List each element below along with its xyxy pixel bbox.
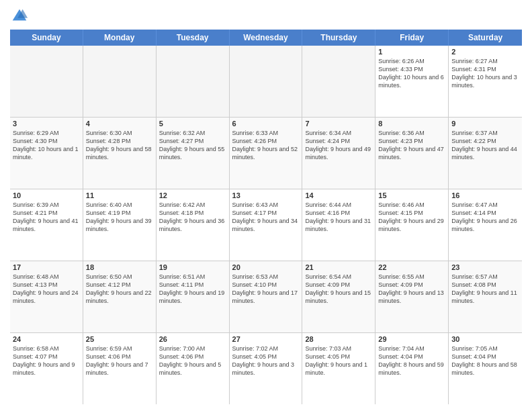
calendar: SundayMondayTuesdayWednesdayThursdayFrid… bbox=[10, 30, 522, 404]
day-cell-14: 14Sunrise: 6:44 AMSunset: 4:16 PMDayligh… bbox=[302, 189, 375, 261]
day-number: 3 bbox=[13, 120, 80, 128]
calendar-row-1: 1Sunrise: 6:26 AMSunset: 4:33 PMDaylight… bbox=[10, 46, 522, 118]
empty-cell bbox=[302, 46, 375, 117]
day-info: Sunrise: 6:42 AMSunset: 4:18 PMDaylight:… bbox=[159, 201, 226, 234]
day-info: Sunrise: 6:36 AMSunset: 4:23 PMDaylight:… bbox=[378, 129, 445, 162]
day-number: 2 bbox=[451, 48, 519, 56]
day-info: Sunrise: 6:39 AMSunset: 4:21 PMDaylight:… bbox=[13, 201, 80, 234]
empty-cell bbox=[10, 46, 83, 117]
day-cell-13: 13Sunrise: 6:43 AMSunset: 4:17 PMDayligh… bbox=[230, 189, 303, 261]
day-number: 5 bbox=[159, 120, 226, 128]
weekday-header-sunday: Sunday bbox=[10, 30, 83, 46]
day-number: 10 bbox=[13, 191, 80, 199]
day-info: Sunrise: 7:04 AMSunset: 4:04 PMDaylight:… bbox=[378, 345, 445, 377]
day-cell-25: 25Sunrise: 6:59 AMSunset: 4:06 PMDayligh… bbox=[83, 333, 157, 404]
day-info: Sunrise: 6:34 AMSunset: 4:24 PMDaylight:… bbox=[305, 129, 372, 162]
day-number: 21 bbox=[305, 263, 372, 271]
day-cell-28: 28Sunrise: 7:03 AMSunset: 4:05 PMDayligh… bbox=[302, 333, 375, 404]
day-info: Sunrise: 6:30 AMSunset: 4:28 PMDaylight:… bbox=[86, 129, 153, 162]
day-number: 13 bbox=[232, 191, 300, 199]
day-cell-29: 29Sunrise: 7:04 AMSunset: 4:04 PMDayligh… bbox=[375, 333, 449, 404]
weekday-header-friday: Friday bbox=[375, 30, 449, 46]
day-number: 8 bbox=[378, 120, 445, 128]
day-number: 15 bbox=[378, 191, 445, 199]
day-cell-12: 12Sunrise: 6:42 AMSunset: 4:18 PMDayligh… bbox=[157, 189, 230, 261]
day-info: Sunrise: 6:58 AMSunset: 4:07 PMDaylight:… bbox=[13, 345, 80, 377]
day-cell-20: 20Sunrise: 6:53 AMSunset: 4:10 PMDayligh… bbox=[230, 261, 303, 332]
day-number: 30 bbox=[451, 335, 519, 343]
day-info: Sunrise: 6:43 AMSunset: 4:17 PMDaylight:… bbox=[232, 201, 300, 234]
day-info: Sunrise: 6:50 AMSunset: 4:12 PMDaylight:… bbox=[86, 273, 153, 306]
day-info: Sunrise: 6:47 AMSunset: 4:14 PMDaylight:… bbox=[451, 201, 519, 234]
header bbox=[10, 7, 522, 26]
logo bbox=[10, 7, 32, 26]
day-number: 7 bbox=[305, 120, 372, 128]
weekday-header-wednesday: Wednesday bbox=[230, 30, 303, 46]
day-cell-18: 18Sunrise: 6:50 AMSunset: 4:12 PMDayligh… bbox=[83, 261, 157, 332]
empty-cell bbox=[230, 46, 303, 117]
day-number: 4 bbox=[86, 120, 153, 128]
day-cell-11: 11Sunrise: 6:40 AMSunset: 4:19 PMDayligh… bbox=[83, 189, 157, 261]
weekday-header-monday: Monday bbox=[83, 30, 157, 46]
day-cell-9: 9Sunrise: 6:37 AMSunset: 4:22 PMDaylight… bbox=[449, 118, 522, 189]
day-cell-21: 21Sunrise: 6:54 AMSunset: 4:09 PMDayligh… bbox=[302, 261, 375, 332]
weekday-header-thursday: Thursday bbox=[302, 30, 375, 46]
day-cell-16: 16Sunrise: 6:47 AMSunset: 4:14 PMDayligh… bbox=[449, 189, 522, 261]
day-info: Sunrise: 6:26 AMSunset: 4:33 PMDaylight:… bbox=[378, 57, 445, 90]
day-cell-19: 19Sunrise: 6:51 AMSunset: 4:11 PMDayligh… bbox=[157, 261, 230, 332]
day-cell-24: 24Sunrise: 6:58 AMSunset: 4:07 PMDayligh… bbox=[10, 333, 83, 404]
calendar-header: SundayMondayTuesdayWednesdayThursdayFrid… bbox=[10, 30, 522, 46]
day-cell-6: 6Sunrise: 6:33 AMSunset: 4:26 PMDaylight… bbox=[230, 118, 303, 189]
day-info: Sunrise: 6:40 AMSunset: 4:19 PMDaylight:… bbox=[86, 201, 153, 234]
empty-cell bbox=[157, 46, 230, 117]
calendar-row-3: 10Sunrise: 6:39 AMSunset: 4:21 PMDayligh… bbox=[10, 189, 522, 261]
day-number: 19 bbox=[159, 263, 226, 271]
day-cell-7: 7Sunrise: 6:34 AMSunset: 4:24 PMDaylight… bbox=[302, 118, 375, 189]
day-cell-30: 30Sunrise: 7:05 AMSunset: 4:04 PMDayligh… bbox=[449, 333, 522, 404]
day-number: 23 bbox=[451, 263, 519, 271]
day-number: 27 bbox=[232, 335, 300, 343]
day-cell-26: 26Sunrise: 7:00 AMSunset: 4:06 PMDayligh… bbox=[157, 333, 230, 404]
day-cell-17: 17Sunrise: 6:48 AMSunset: 4:13 PMDayligh… bbox=[10, 261, 83, 332]
day-number: 11 bbox=[86, 191, 153, 199]
empty-cell bbox=[83, 46, 157, 117]
day-number: 29 bbox=[378, 335, 445, 343]
day-info: Sunrise: 6:32 AMSunset: 4:27 PMDaylight:… bbox=[159, 129, 226, 162]
day-cell-8: 8Sunrise: 6:36 AMSunset: 4:23 PMDaylight… bbox=[375, 118, 449, 189]
calendar-row-4: 17Sunrise: 6:48 AMSunset: 4:13 PMDayligh… bbox=[10, 261, 522, 333]
day-cell-5: 5Sunrise: 6:32 AMSunset: 4:27 PMDaylight… bbox=[157, 118, 230, 189]
day-info: Sunrise: 6:54 AMSunset: 4:09 PMDaylight:… bbox=[305, 273, 372, 306]
day-cell-15: 15Sunrise: 6:46 AMSunset: 4:15 PMDayligh… bbox=[375, 189, 449, 261]
day-info: Sunrise: 6:29 AMSunset: 4:30 PMDaylight:… bbox=[13, 129, 80, 162]
page: SundayMondayTuesdayWednesdayThursdayFrid… bbox=[0, 0, 532, 411]
calendar-row-2: 3Sunrise: 6:29 AMSunset: 4:30 PMDaylight… bbox=[10, 118, 522, 189]
day-number: 26 bbox=[159, 335, 226, 343]
day-number: 12 bbox=[159, 191, 226, 199]
day-info: Sunrise: 6:57 AMSunset: 4:08 PMDaylight:… bbox=[451, 273, 519, 306]
day-cell-1: 1Sunrise: 6:26 AMSunset: 4:33 PMDaylight… bbox=[375, 46, 449, 117]
day-info: Sunrise: 7:05 AMSunset: 4:04 PMDaylight:… bbox=[451, 345, 519, 377]
day-number: 9 bbox=[451, 120, 519, 128]
day-cell-22: 22Sunrise: 6:55 AMSunset: 4:09 PMDayligh… bbox=[375, 261, 449, 332]
day-number: 24 bbox=[13, 335, 80, 343]
day-info: Sunrise: 7:02 AMSunset: 4:05 PMDaylight:… bbox=[232, 345, 300, 377]
day-cell-23: 23Sunrise: 6:57 AMSunset: 4:08 PMDayligh… bbox=[449, 261, 522, 332]
day-cell-27: 27Sunrise: 7:02 AMSunset: 4:05 PMDayligh… bbox=[230, 333, 303, 404]
weekday-header-saturday: Saturday bbox=[449, 30, 522, 46]
day-info: Sunrise: 6:59 AMSunset: 4:06 PMDaylight:… bbox=[86, 345, 153, 377]
day-info: Sunrise: 6:53 AMSunset: 4:10 PMDaylight:… bbox=[232, 273, 300, 306]
day-number: 16 bbox=[451, 191, 519, 199]
day-info: Sunrise: 6:37 AMSunset: 4:22 PMDaylight:… bbox=[451, 129, 519, 162]
day-number: 14 bbox=[305, 191, 372, 199]
day-info: Sunrise: 6:46 AMSunset: 4:15 PMDaylight:… bbox=[378, 201, 445, 234]
day-cell-2: 2Sunrise: 6:27 AMSunset: 4:31 PMDaylight… bbox=[449, 46, 522, 117]
day-info: Sunrise: 6:55 AMSunset: 4:09 PMDaylight:… bbox=[378, 273, 445, 306]
day-info: Sunrise: 7:00 AMSunset: 4:06 PMDaylight:… bbox=[159, 345, 226, 377]
day-info: Sunrise: 6:51 AMSunset: 4:11 PMDaylight:… bbox=[159, 273, 226, 306]
weekday-header-tuesday: Tuesday bbox=[157, 30, 230, 46]
day-number: 20 bbox=[232, 263, 300, 271]
day-number: 18 bbox=[86, 263, 153, 271]
day-number: 25 bbox=[86, 335, 153, 343]
calendar-row-5: 24Sunrise: 6:58 AMSunset: 4:07 PMDayligh… bbox=[10, 333, 522, 404]
day-cell-10: 10Sunrise: 6:39 AMSunset: 4:21 PMDayligh… bbox=[10, 189, 83, 261]
